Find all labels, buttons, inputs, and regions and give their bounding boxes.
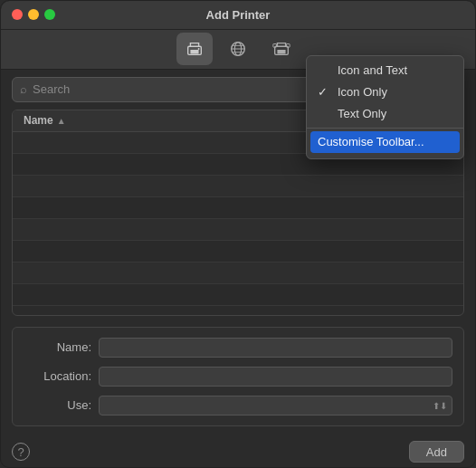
checkmark-icon-only: ✓	[318, 85, 330, 99]
printer-icon	[185, 39, 205, 59]
default-printer-button[interactable]	[176, 33, 213, 65]
name-label: Name:	[24, 340, 91, 354]
maximize-button[interactable]	[44, 9, 55, 20]
traffic-lights	[12, 9, 55, 20]
use-label: Use:	[24, 398, 91, 412]
minimize-button[interactable]	[28, 9, 39, 20]
form-section: Name: Location: Use: ⬆⬇	[12, 327, 464, 426]
svg-rect-1	[190, 50, 198, 54]
table-row[interactable]	[13, 197, 463, 219]
name-row: Name:	[24, 337, 452, 358]
location-row: Location:	[24, 366, 452, 387]
help-button[interactable]: ?	[12, 443, 30, 461]
sort-arrow-icon: ▲	[57, 116, 66, 126]
search-icon: ⌕	[20, 82, 27, 96]
use-select[interactable]	[99, 396, 452, 415]
add-button[interactable]: Add	[409, 441, 464, 463]
svg-rect-9	[277, 50, 285, 54]
menu-item-customise-toolbar[interactable]: Customise Toolbar...	[310, 131, 460, 153]
ip-printer-button[interactable]	[220, 33, 256, 65]
table-row[interactable]	[13, 263, 463, 284]
windows-printer-button[interactable]	[263, 33, 300, 65]
toolbar: Icon and Text ✓ Icon Only Text Only Cust…	[1, 30, 475, 70]
window: Add Printer	[0, 0, 476, 468]
table-row[interactable]	[13, 176, 463, 197]
title-bar: Add Printer	[1, 1, 475, 30]
table-row[interactable]	[13, 241, 463, 263]
globe-icon	[228, 39, 248, 59]
location-label: Location:	[24, 369, 91, 383]
checkmark-text-only	[318, 107, 330, 120]
location-field[interactable]	[99, 367, 452, 387]
context-menu: Icon and Text ✓ Icon Only Text Only Cust…	[306, 55, 464, 159]
column-header-name[interactable]: Name ▲	[13, 114, 328, 127]
use-select-wrap: ⬆⬇	[99, 396, 452, 415]
use-row: Use: ⬆⬇	[24, 395, 452, 416]
table-row[interactable]	[13, 219, 463, 241]
menu-item-text-only[interactable]: Text Only	[307, 103, 463, 125]
table-row[interactable]	[13, 284, 463, 306]
printer2-icon	[271, 39, 291, 59]
menu-item-icon-and-text[interactable]: Icon and Text	[307, 60, 463, 81]
menu-item-icon-only[interactable]: ✓ Icon Only	[307, 81, 463, 103]
svg-point-2	[198, 48, 200, 50]
checkmark-icon-and-text	[318, 63, 330, 77]
name-field[interactable]	[99, 338, 452, 358]
window-title: Add Printer	[206, 8, 271, 22]
close-button[interactable]	[12, 9, 23, 20]
bottom-bar: ? Add	[1, 437, 475, 467]
